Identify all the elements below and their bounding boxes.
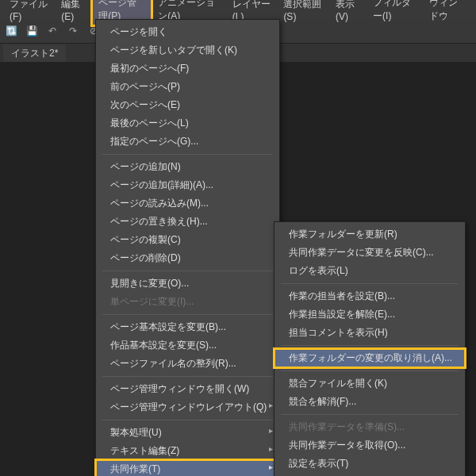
show-log[interactable]: ログを表示(L) [274,262,465,280]
open-page-mgr[interactable]: ページ管理ウィンドウを開く(W) [96,380,279,398]
menu-selection[interactable]: 選択範囲(S) [277,0,329,25]
separator [102,314,273,315]
page-management-menu: ページを開く ページを新しいタブで開く(K) 最初のページへ(F) 前のページへ… [95,19,280,476]
reflect-changes[interactable]: 共同作業データに変更を反映(C)... [274,244,465,262]
replace-page[interactable]: ページの置き換え(H)... [96,213,279,231]
change-single: 単ページに変更(I)... [96,293,279,311]
get-collab-data[interactable]: 共同作業データを取得(O)... [274,436,465,455]
collaboration-submenu[interactable]: 共同作業(T) [96,460,279,476]
undo-icon[interactable]: ↶ [44,23,60,39]
open-page[interactable]: ページを開く [96,23,279,41]
change-page-settings[interactable]: ページ基本設定を変更(B)... [96,318,279,336]
open-page-new-tab[interactable]: ページを新しいタブで開く(K) [96,41,279,60]
separator [102,420,273,420]
binding-process[interactable]: 製本処理(U) [96,424,279,442]
menu-file[interactable]: ファイル(F) [3,0,55,25]
add-page[interactable]: ページの追加(N) [96,158,279,176]
first-page[interactable]: 最初のページへ(F) [96,60,279,78]
change-work-settings[interactable]: 作品基本設定を変更(S)... [96,336,279,355]
change-spread[interactable]: 見開きに変更(O)... [96,274,279,293]
show-comments[interactable]: 担当コメントを表示(H) [274,324,465,342]
unset-assignee[interactable]: 作業担当設定を解除(E)... [274,305,465,324]
text-edit[interactable]: テキスト編集(Z) [96,442,279,460]
last-page[interactable]: 最後のページへ(L) [96,114,279,132]
menu-window[interactable]: ウィンドウ [423,0,473,25]
prepare-collab-data: 共同作業データを準備(S)... [274,418,465,436]
separator [102,376,273,377]
separator [281,370,459,371]
import-page[interactable]: ページの読み込み(M)... [96,194,279,213]
collaboration-menu: 作業フォルダーを更新(R) 共同作業データに変更を反映(C)... ログを表示(… [274,221,466,476]
page-mgr-layout[interactable]: ページ管理ウィンドウレイアウト(Q) [96,398,279,416]
duplicate-page[interactable]: ページの複製(C) [96,231,279,249]
separator [102,154,273,155]
separator [281,345,459,346]
separator [281,283,459,284]
menubar: ファイル(F) 編集(E) ページ管理(P) アニメーション(A) レイヤー(L… [0,0,476,19]
separator [102,271,273,271]
show-settings[interactable]: 設定を表示(T) [274,455,465,473]
sort-filenames[interactable]: ページファイル名の整列(R)... [96,355,279,373]
redo-icon[interactable]: ↷ [65,23,81,39]
menu-view[interactable]: 表示(V) [329,0,367,25]
save-icon[interactable]: 💾 [24,23,40,39]
document-tab[interactable]: イラスト2* [3,44,66,63]
menu-edit[interactable]: 編集(E) [55,0,92,25]
revert-work-folder-changes[interactable]: 作業フォルダーの変更の取り消し(A)... [274,349,465,367]
sync-icon[interactable]: 🔃 [3,23,19,39]
update-work-folder[interactable]: 作業フォルダーを更新(R) [274,225,465,244]
menu-filter[interactable]: フィルター(I) [367,0,423,25]
next-page[interactable]: 次のページへ(E) [96,96,279,114]
prev-page[interactable]: 前のページへ(P) [96,78,279,96]
delete-page[interactable]: ページの削除(D) [96,249,279,267]
add-page-detail[interactable]: ページの追加(詳細)(A)... [96,176,279,194]
open-conflict-file[interactable]: 競合ファイルを開く(K) [274,374,465,393]
separator [281,414,459,415]
goto-page[interactable]: 指定のページへ(G)... [96,132,279,151]
resolve-conflict[interactable]: 競合を解消(F)... [274,393,465,411]
set-assignee[interactable]: 作業の担当者を設定(B)... [274,287,465,305]
